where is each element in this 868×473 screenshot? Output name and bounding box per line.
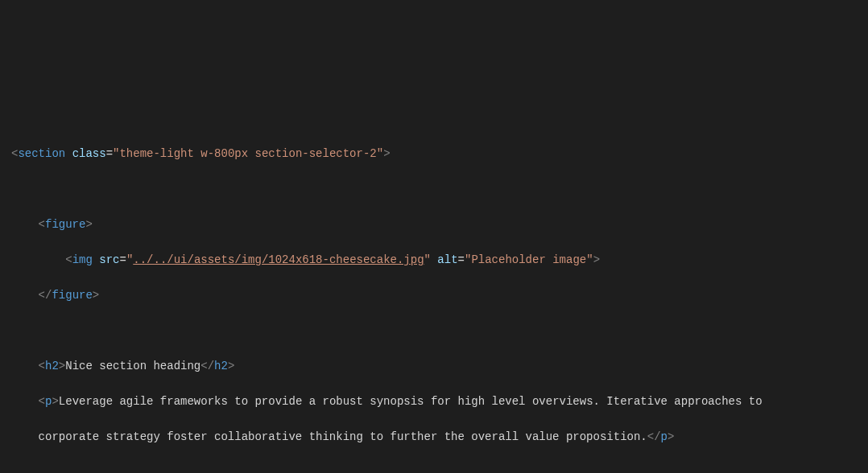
code-line: <figure> (11, 216, 868, 233)
code-line: </figure> (11, 286, 868, 304)
code-line (11, 109, 868, 127)
code-line (11, 180, 868, 198)
code-line: <p>Leverage agile frameworks to provide … (11, 393, 868, 410)
code-line (11, 463, 868, 473)
code-editor[interactable]: <section class="theme-light w-800px sect… (0, 74, 868, 473)
code-line: <h2>Nice section heading</h2> (11, 357, 868, 375)
code-line (11, 322, 868, 339)
code-line: <section class="theme-light w-800px sect… (11, 145, 868, 162)
code-line: <img src="../../ui/assets/img/1024x618-c… (11, 251, 868, 269)
code-line: corporate strategy foster collaborative … (11, 428, 868, 446)
code-content: <section class="theme-light w-800px sect… (0, 92, 868, 473)
